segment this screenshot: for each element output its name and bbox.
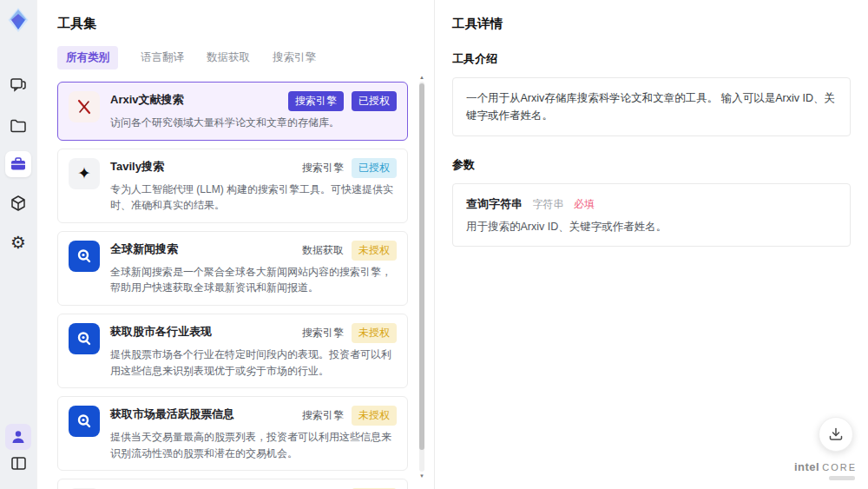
- tool-title: 获取市场最活跃股票信息: [110, 406, 234, 422]
- arxiv-icon: [69, 91, 100, 122]
- scrollbar-track[interactable]: [419, 82, 424, 472]
- chat-icon[interactable]: [5, 71, 31, 97]
- tool-card-regional-news[interactable]: 万维地区新闻查询 搜索引擎 未授权 查询具体行政区划内的新闻，快速了解各地新闻动: [57, 479, 408, 489]
- tool-description: 全球新闻搜索是一个聚合全球各大新闻网站内容的搜索引擎，帮助用户快速获取全球最新资…: [110, 264, 397, 296]
- download-button[interactable]: [819, 417, 853, 452]
- tool-description: 专为人工智能代理 (LLM) 构建的搜索引擎工具。可快速提供实时、准确和真实的结…: [110, 182, 397, 214]
- panel-toggle-icon[interactable]: [5, 450, 31, 476]
- tavily-star-icon: ✦: [69, 158, 100, 189]
- tool-card-stock-sector[interactable]: 获取股市各行业表现 搜索引擎 未授权 提供股票市场各个行业在特定时间段内的表现。…: [57, 314, 408, 388]
- category-label: 数据获取: [302, 241, 344, 261]
- category-badge: 搜索引擎: [288, 91, 344, 111]
- params-heading: 参数: [452, 157, 851, 173]
- tool-card-arxiv[interactable]: Arxiv文献搜索 搜索引擎 已授权 访问各个研究领域大量科学论文和文章的存储库…: [57, 82, 408, 141]
- param-required-badge: 必填: [574, 198, 595, 210]
- auth-status-badge: 未授权: [352, 241, 397, 261]
- briefcase-icon[interactable]: [5, 151, 31, 177]
- tool-description: 访问各个研究领域大量科学论文和文章的存储库。: [110, 115, 397, 131]
- news-search-icon: [69, 241, 100, 272]
- intro-heading: 工具介绍: [452, 51, 851, 67]
- scroll-down-icon[interactable]: ▼: [418, 473, 425, 479]
- cube-icon[interactable]: [5, 190, 31, 216]
- tool-card-active-stocks[interactable]: 获取市场最活跃股票信息 搜索引擎 未授权 提供当天交易量最高的股票列表，投资者可…: [57, 396, 408, 471]
- tool-intro-text: 一个用于从Arxiv存储库搜索科学论文和文章的工具。 输入可以是Arxiv ID…: [452, 77, 851, 136]
- auth-status-badge: 未授权: [352, 323, 397, 343]
- tool-title: 获取股市各行业表现: [110, 323, 212, 340]
- intel-core-logo: intelCORE: [794, 460, 857, 480]
- tool-title: 全球新闻搜索: [110, 241, 178, 257]
- category-label: 搜索引擎: [302, 323, 344, 343]
- tab-data-acquisition[interactable]: 数据获取: [207, 46, 250, 69]
- tool-card-global-news[interactable]: 全球新闻搜索 数据获取 未授权 全球新闻搜索是一个聚合全球各大新闻网站内容的搜索…: [57, 231, 408, 306]
- tab-search-engine[interactable]: 搜索引擎: [273, 46, 316, 69]
- details-title: 工具详情: [452, 16, 851, 32]
- param-description: 用于搜索的Arxiv ID、关键字或作者姓名。: [466, 220, 837, 235]
- folder-icon[interactable]: [5, 113, 31, 139]
- list-scrollbar[interactable]: ▲ ▼: [418, 75, 425, 479]
- tool-description: 提供当天交易量最高的股票列表，投资者可以利用这些信息来识别流动性强的股票和潜在的…: [110, 429, 397, 461]
- param-type: 字符串: [532, 198, 563, 210]
- auth-status-badge: 已授权: [352, 91, 397, 111]
- parameter-item: 查询字符串 字符串 必填 用于搜索的Arxiv ID、关键字或作者姓名。: [452, 183, 851, 247]
- auth-status-badge: 未授权: [352, 406, 397, 426]
- auth-status-badge: 已授权: [352, 158, 397, 178]
- tools-panel: 工具集 所有类别 语言翻译 数据获取 搜索引擎 Arxiv文献搜索 搜索引擎 已…: [36, 0, 434, 489]
- tool-title: Arxiv文献搜索: [110, 91, 184, 108]
- tab-all-categories[interactable]: 所有类别: [57, 46, 118, 69]
- left-rail: ⚙: [0, 0, 36, 489]
- param-name: 查询字符串: [466, 197, 523, 210]
- app-logo: [7, 7, 30, 36]
- scroll-up-icon[interactable]: ▲: [418, 75, 425, 80]
- category-label: 搜索引擎: [302, 406, 344, 426]
- scrollbar-thumb[interactable]: [419, 83, 424, 450]
- category-tabs: 所有类别 语言翻译 数据获取 搜索引擎: [57, 46, 408, 69]
- category-label: 搜索引擎: [302, 158, 344, 178]
- tab-language-translation[interactable]: 语言翻译: [141, 46, 184, 69]
- page-title: 工具集: [57, 16, 408, 32]
- tool-title: Tavily搜索: [110, 158, 164, 175]
- active-stock-icon: [69, 406, 100, 437]
- tool-description: 提供股票市场各个行业在特定时间段内的表现。投资者可以利用这些信息来识别表现优于或…: [110, 347, 397, 379]
- tool-details-panel: 工具详情 工具介绍 一个用于从Arxiv存储库搜索科学论文和文章的工具。 输入可…: [434, 0, 868, 489]
- user-icon[interactable]: [5, 424, 31, 450]
- gear-icon[interactable]: ⚙: [5, 229, 31, 255]
- intel-logo-bar: [829, 476, 855, 480]
- stock-sector-icon: [69, 323, 100, 354]
- download-icon: [828, 426, 844, 442]
- tool-card-tavily[interactable]: ✦ Tavily搜索 搜索引擎 已授权 专为人工智能代理 (LLM) 构建的搜索…: [57, 149, 408, 223]
